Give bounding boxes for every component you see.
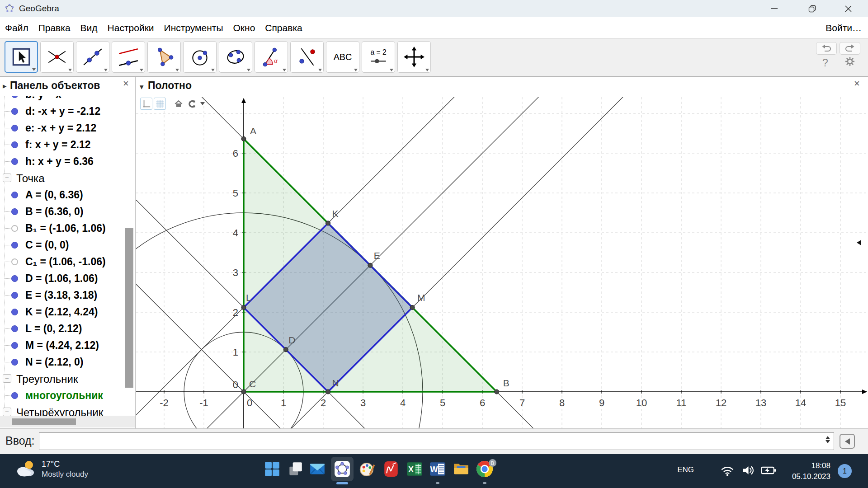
- algebra-item[interactable]: B₁ = (-1.06, 1.06): [0, 220, 136, 237]
- algebra-item[interactable]: K = (2.12, 4.24): [0, 304, 136, 320]
- taskbar-app-chrome[interactable]: B: [475, 459, 495, 482]
- tool-intersect-lines[interactable]: [40, 41, 74, 73]
- scrollbar-thumb[interactable]: [12, 418, 76, 425]
- tool-dropdown-icon[interactable]: [104, 69, 108, 71]
- point-A[interactable]: [241, 136, 246, 141]
- home-button[interactable]: [172, 98, 184, 110]
- tool-dropdown-icon[interactable]: [283, 69, 286, 71]
- taskbar-app-geogebra[interactable]: [332, 459, 352, 482]
- panel-expand-icon[interactable]: ▸: [3, 81, 7, 91]
- algebra-item[interactable]: f: x + y = 2.12: [0, 136, 136, 153]
- algebra-vertical-scrollbar[interactable]: [125, 228, 133, 388]
- battery-charging-icon[interactable]: [761, 465, 776, 477]
- algebra-item[interactable]: B = (6.36, 0): [0, 203, 136, 220]
- collapse-minus-icon[interactable]: −: [3, 408, 11, 416]
- visibility-bullet[interactable]: [11, 192, 18, 198]
- taskbar-weather-widget[interactable]: 17°C Mostly cloudy: [15, 459, 88, 479]
- taskbar-app-excel[interactable]: X: [405, 459, 425, 482]
- menu-item-view[interactable]: Вид: [75, 18, 103, 38]
- tool-dropdown-icon[interactable]: [425, 69, 429, 71]
- taskbar-app-red-notes[interactable]: [381, 459, 401, 482]
- visibility-bullet[interactable]: [11, 125, 18, 131]
- visibility-bullet[interactable]: [11, 392, 18, 399]
- visibility-bullet[interactable]: [11, 292, 18, 299]
- point-C[interactable]: [241, 389, 246, 394]
- tool-line-two-points[interactable]: [76, 41, 109, 73]
- menu-item-edit[interactable]: Правка: [33, 18, 75, 38]
- taskbar-app-start[interactable]: [262, 459, 282, 482]
- visibility-bullet[interactable]: [11, 225, 18, 232]
- redo-button[interactable]: [840, 42, 860, 55]
- coordinate-plane[interactable]: -2-101234567891011121314150123456ABCDEKL…: [136, 97, 868, 428]
- menu-item-help[interactable]: Справка: [260, 18, 307, 38]
- tool-parallel-line[interactable]: [112, 41, 145, 73]
- algebra-item[interactable]: многоугольник: [0, 387, 136, 404]
- algebra-item[interactable]: e: -x + y = 2.12: [0, 120, 136, 136]
- visibility-bullet[interactable]: [11, 242, 18, 249]
- tool-slider[interactable]: a = 2: [362, 41, 395, 73]
- tool-dropdown-icon[interactable]: [390, 69, 393, 71]
- input-history-spinner[interactable]: [825, 436, 831, 447]
- signin-link[interactable]: Войти…: [826, 18, 862, 38]
- menu-item-window[interactable]: Окно: [228, 18, 260, 38]
- algebra-item[interactable]: M = (4.24, 2.12): [0, 337, 136, 354]
- visibility-bullet[interactable]: [11, 275, 18, 282]
- point-M[interactable]: [410, 305, 415, 310]
- tool-dropdown-icon[interactable]: [247, 69, 250, 71]
- grid-toggle-button[interactable]: [154, 98, 166, 110]
- algebra-item[interactable]: d: -x + y = -2.12: [0, 103, 136, 120]
- tool-move-cursor[interactable]: [5, 41, 38, 73]
- algebra-item[interactable]: E = (3.18, 3.18): [0, 287, 136, 304]
- visibility-bullet[interactable]: [11, 208, 18, 215]
- algebra-item[interactable]: C₁ = (1.06, -1.06): [0, 253, 136, 270]
- tool-dropdown-icon[interactable]: [318, 69, 322, 71]
- point-B[interactable]: [495, 389, 499, 394]
- collapse-minus-icon[interactable]: −: [3, 174, 11, 182]
- taskbar-app-mail[interactable]: [307, 459, 327, 482]
- menu-item-file[interactable]: Файл: [0, 18, 33, 38]
- algebra-item[interactable]: b: y = x: [0, 96, 136, 103]
- command-input[interactable]: [39, 432, 834, 450]
- tool-dropdown-icon[interactable]: [211, 69, 215, 71]
- tool-dropdown-icon[interactable]: [32, 68, 36, 71]
- menu-item-tools[interactable]: Инструменты: [159, 18, 228, 38]
- tool-text[interactable]: ABC: [326, 41, 359, 73]
- snap-magnet-button[interactable]: [186, 98, 198, 110]
- tool-move-canvas[interactable]: [397, 41, 431, 73]
- tool-angle[interactable]: α: [255, 41, 288, 73]
- taskbar-app-paint[interactable]: [358, 459, 377, 482]
- tool-polygon[interactable]: [147, 41, 181, 73]
- algebra-section-header[interactable]: −Точка: [0, 170, 136, 187]
- visibility-bullet[interactable]: [11, 96, 18, 98]
- tool-dropdown-icon[interactable]: [68, 69, 72, 71]
- graphics-view[interactable]: ▾ Полотно × -2-1012345678910111213141501…: [136, 77, 868, 428]
- algebra-item[interactable]: C = (0, 0): [0, 237, 136, 253]
- taskbar-app-file-explorer[interactable]: [451, 459, 471, 482]
- visibility-bullet[interactable]: [11, 158, 18, 165]
- visibility-bullet[interactable]: [11, 309, 18, 315]
- point-L[interactable]: [241, 305, 246, 310]
- algebra-close-icon[interactable]: ×: [123, 78, 129, 89]
- visibility-bullet[interactable]: [11, 108, 18, 115]
- collapse-minus-icon[interactable]: −: [3, 374, 11, 383]
- speaker-icon[interactable]: [742, 465, 755, 478]
- taskbar-app-word[interactable]: W: [428, 459, 448, 482]
- notification-badge[interactable]: 1: [838, 464, 852, 478]
- tool-dropdown-icon[interactable]: [354, 69, 358, 71]
- algebra-horizontal-scrollbar[interactable]: [0, 416, 135, 427]
- visibility-bullet[interactable]: [11, 359, 18, 366]
- canvas-collapse-icon[interactable]: ▾: [140, 82, 144, 92]
- algebra-item[interactable]: A = (0, 6.36): [0, 187, 136, 203]
- point-N[interactable]: [326, 389, 330, 394]
- tool-conic-five-points[interactable]: [219, 41, 252, 73]
- clock[interactable]: 18:08 05.10.2023: [792, 460, 830, 482]
- algebra-section-header[interactable]: −Треугольник: [0, 371, 136, 387]
- tool-circle-center-point[interactable]: [183, 41, 217, 73]
- visibility-bullet[interactable]: [11, 325, 18, 332]
- axes-toggle-button[interactable]: [140, 98, 152, 110]
- settings-gear-button[interactable]: [844, 56, 855, 70]
- visibility-bullet[interactable]: [11, 141, 18, 148]
- undo-button[interactable]: [816, 42, 837, 55]
- minimize-button[interactable]: [764, 0, 785, 17]
- menu-item-settings[interactable]: Настройки: [103, 18, 159, 38]
